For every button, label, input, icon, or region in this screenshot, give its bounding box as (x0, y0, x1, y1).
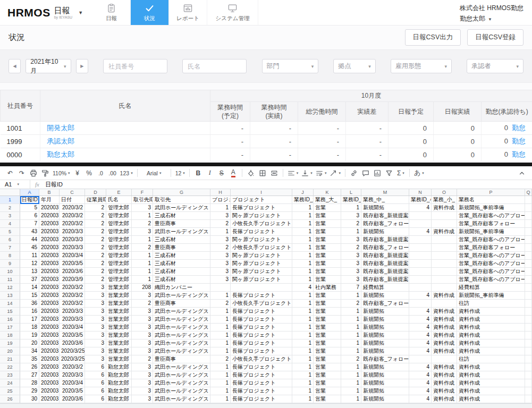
cell-N23[interactable]: 4 (409, 371, 432, 379)
cell-P20[interactable]: 資料作成 (457, 347, 525, 355)
cell-K22[interactable]: 営業 (314, 363, 341, 371)
cell-D4[interactable]: 2 (85, 220, 106, 228)
cell-K12[interactable]: 社内業務 (314, 284, 341, 292)
cell-E22[interactable]: 勤怠太郎 (106, 363, 132, 371)
cell-O22[interactable]: 資料作成 (432, 363, 457, 371)
cell-L23[interactable]: 1 (341, 371, 361, 379)
column-header-J[interactable]: J (292, 189, 314, 196)
cell-H26[interactable]: 1 (210, 395, 231, 403)
tab-report[interactable]: レポート (169, 0, 207, 25)
cell-N12[interactable] (409, 284, 432, 292)
row-header-25[interactable]: 25 (0, 387, 20, 395)
cell-L1[interactable]: 業務ID_中 (341, 196, 361, 204)
cell-O2[interactable]: 資料作成 (432, 204, 457, 212)
cell-J17[interactable]: 1 (292, 324, 314, 332)
hrmos-logo-menu[interactable]: HRMOS 日報 by IEYASU ▼ (0, 0, 92, 25)
cell-K19[interactable]: 営業 (314, 339, 341, 347)
cell-G1[interactable]: 取引先 (153, 196, 210, 204)
cell-M2[interactable]: 新規開拓 (361, 204, 409, 212)
cell-A23[interactable]: 27 (20, 371, 39, 379)
row-header-16[interactable]: 16 (0, 316, 20, 324)
column-header-N[interactable]: N (409, 189, 432, 196)
cell-M22[interactable]: 新規開拓 (361, 363, 409, 371)
horizontal-scrollbar[interactable] (0, 403, 532, 408)
cell-Q6[interactable] (525, 236, 532, 244)
cell-G6[interactable]: 三成石材 (153, 236, 210, 244)
cell-J13[interactable]: 1 (292, 292, 314, 300)
column-header-M[interactable]: M (361, 189, 409, 196)
undo-button[interactable]: ↶ (4, 167, 16, 179)
cell-L16[interactable]: 1 (341, 316, 361, 324)
column-header-F[interactable]: F (132, 189, 153, 196)
zoom-select[interactable]: 110%▾ (51, 167, 72, 179)
cell-A2[interactable]: 5 (20, 204, 39, 212)
cell-P10[interactable]: 営業_既存顧客へのアプローチ (457, 268, 525, 276)
cell-J20[interactable]: 1 (292, 347, 314, 355)
cell-J5[interactable]: 1 (292, 228, 314, 236)
cell-L9[interactable]: 3 (341, 260, 361, 268)
cell-Q25[interactable] (525, 387, 532, 395)
borders-button[interactable] (257, 167, 268, 179)
cell-B13[interactable]: 202003 (39, 292, 60, 300)
cell-D13[interactable]: 3 (85, 292, 106, 300)
more-formats-button[interactable]: 123▾ (119, 167, 134, 179)
cell-B8[interactable]: 202003 (39, 252, 60, 260)
cell-H6[interactable]: 3 (210, 236, 231, 244)
cell-L25[interactable]: 1 (341, 387, 361, 395)
cell-Q18[interactable] (525, 332, 532, 339)
cell-G23[interactable]: 武田ホールディングス (153, 371, 210, 379)
cell-G19[interactable]: 武田ホールディングス (153, 339, 210, 347)
cell-B15[interactable]: 202003 (39, 308, 60, 316)
cell-C21[interactable]: 2020/3/25 (60, 355, 85, 363)
cell-J2[interactable]: 1 (292, 204, 314, 212)
cell-I2[interactable]: 長篠プロジェクト (231, 204, 292, 212)
cell-A9[interactable]: 12 (20, 260, 39, 268)
row-header-3[interactable]: 3 (0, 212, 20, 220)
cell-N1[interactable]: 業務ID_小 (409, 196, 432, 204)
cell-A16[interactable]: 17 (20, 316, 39, 324)
cell-N10[interactable] (409, 268, 432, 276)
cell-G17[interactable]: 武田ホールディングス (153, 324, 210, 332)
vertical-align-button[interactable]: ▾ (300, 167, 314, 179)
cell-N4[interactable] (409, 220, 432, 228)
cell-Q20[interactable] (525, 347, 532, 355)
cell-G7[interactable]: 豊臣商事 (153, 244, 210, 252)
fill-color-button[interactable] (245, 167, 257, 179)
cell-A7[interactable]: 45 (20, 244, 39, 252)
merge-cells-button[interactable] (268, 167, 280, 179)
user-menu[interactable]: 勤怠太郎▼ (460, 14, 523, 23)
cell-K17[interactable]: 営業 (314, 324, 341, 332)
cell-E14[interactable]: 営業太郎 (106, 300, 132, 308)
cell-D24[interactable]: 6 (85, 379, 106, 387)
cell-L18[interactable]: 1 (341, 332, 361, 339)
cell-K25[interactable]: 営業 (314, 387, 341, 395)
row-header-1[interactable]: 1 (0, 196, 20, 204)
cell-A19[interactable]: 20 (20, 339, 39, 347)
cell-N24[interactable]: 4 (409, 379, 432, 387)
cell-M18[interactable]: 新規開拓 (361, 332, 409, 339)
approver-select[interactable]: 承認者 ▾ (467, 59, 523, 73)
cell-H18[interactable]: 1 (210, 332, 231, 339)
cell-F3[interactable]: 1 (132, 212, 153, 220)
text-rotation-button[interactable]: ▾ (328, 167, 342, 179)
paint-format-button[interactable] (39, 167, 51, 179)
cell-H7[interactable]: 2 (210, 244, 231, 252)
cell-E4[interactable]: 管理太郎 (106, 220, 132, 228)
cell-H19[interactable]: 1 (210, 339, 231, 347)
cell-A18[interactable]: 19 (20, 332, 39, 339)
cell-K7[interactable]: 営業 (314, 244, 341, 252)
cell-C3[interactable]: 2020/3/2 (60, 212, 85, 220)
cell-L15[interactable]: 1 (341, 308, 361, 316)
cell-M8[interactable]: 既存顧客_新規提案 (361, 252, 409, 260)
cell-C22[interactable]: 2020/3/2 (60, 363, 85, 371)
cell-O24[interactable]: 資料作成 (432, 379, 457, 387)
cell-O10[interactable] (432, 268, 457, 276)
row-header-10[interactable]: 10 (0, 268, 20, 276)
employee-name-link[interactable]: 勤怠太郎 (47, 150, 74, 158)
cell-N16[interactable]: 4 (409, 316, 432, 324)
cell-N6[interactable] (409, 236, 432, 244)
cell-D17[interactable]: 3 (85, 324, 106, 332)
cell-M23[interactable]: 新規開拓 (361, 371, 409, 379)
cell-D14[interactable]: 3 (85, 300, 106, 308)
cell-A20[interactable]: 34 (20, 347, 39, 355)
